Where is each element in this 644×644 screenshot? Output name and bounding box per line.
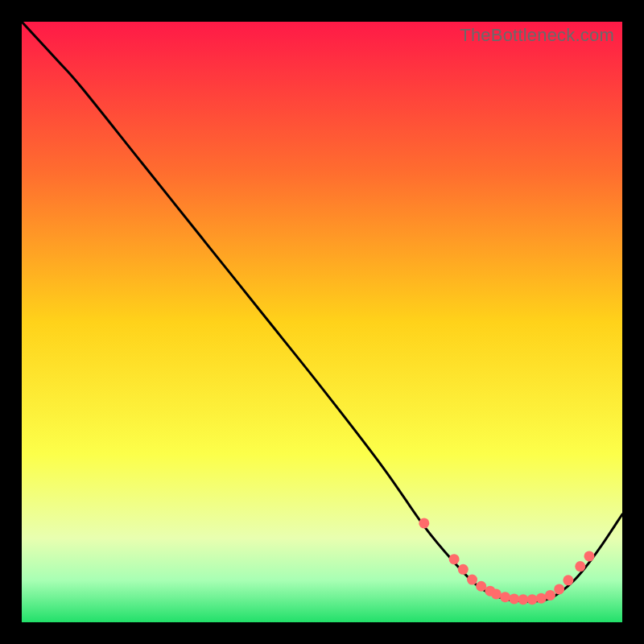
marker-dot	[500, 592, 510, 602]
marker-dot	[527, 594, 538, 605]
marker-dot	[467, 575, 477, 585]
marker-dot	[563, 575, 573, 585]
marker-dot	[518, 594, 528, 605]
marker-dot	[545, 590, 555, 601]
bottleneck-chart	[22, 22, 622, 622]
chart-frame: TheBottleneck.com	[22, 22, 622, 622]
marker-dot	[536, 593, 547, 604]
marker-dot	[509, 593, 519, 604]
marker-dot	[419, 518, 429, 528]
marker-dot	[554, 584, 564, 594]
marker-dot	[449, 554, 460, 564]
marker-dot	[458, 564, 469, 575]
marker-dot	[476, 581, 486, 592]
marker-dot	[575, 561, 585, 572]
gradient-background	[22, 22, 622, 622]
marker-dot	[491, 588, 502, 599]
watermark-text: TheBottleneck.com	[460, 25, 614, 46]
marker-dot	[584, 551, 594, 561]
